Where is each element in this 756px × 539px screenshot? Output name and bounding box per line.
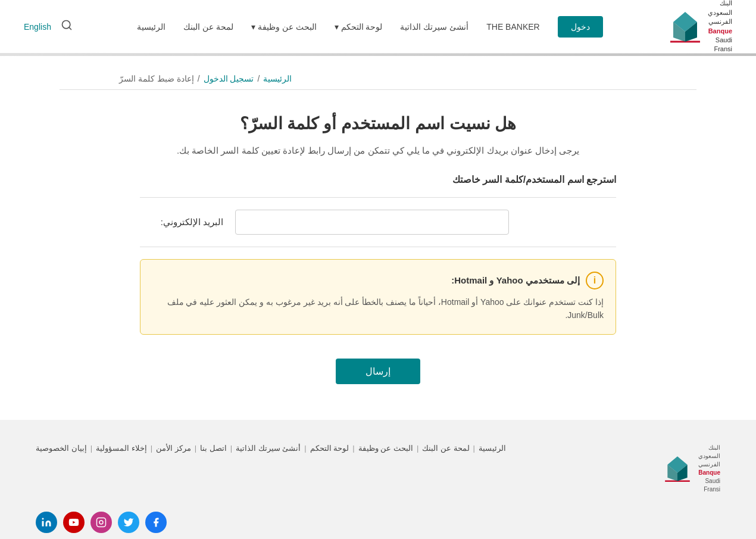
footer-logo[interactable]: البنك السعودي الفرنسي Banque Saudi Frans… xyxy=(663,444,720,494)
nav-the-banker[interactable]: THE BANKER xyxy=(486,22,539,32)
instagram-icon[interactable] xyxy=(90,512,112,533)
nav-home[interactable]: الرئيسية xyxy=(137,22,165,32)
main-content: هل نسيت اسم المستخدم أو كلمة السرّ؟ يرجى… xyxy=(0,96,756,420)
facebook-icon[interactable] xyxy=(145,512,167,533)
svg-rect-15 xyxy=(97,518,106,526)
site-footer: البنك السعودي الفرنسي Banque Saudi Frans… xyxy=(0,420,756,539)
nav-dashboard[interactable]: لوحة التحكم ▾ xyxy=(335,22,383,32)
svg-point-16 xyxy=(99,521,103,524)
footer-nav-privacy[interactable]: إبيان الخصوصية xyxy=(36,444,87,453)
main-nav: دخول THE BANKER أنشئ سيرتك الذاتية لوحة … xyxy=(73,16,667,38)
nav-search-job[interactable]: البحث عن وظيفة ▾ xyxy=(251,22,317,32)
social-icons xyxy=(36,512,167,533)
footer-nav-dashboard[interactable]: لوحة التحكم xyxy=(310,444,349,453)
nav-create-cv[interactable]: أنشئ سيرتك الذاتية xyxy=(400,22,468,32)
info-box-header: إلى مستخدمي Yahoo و Hotmail: i xyxy=(152,272,604,289)
svg-point-13 xyxy=(42,518,44,519)
footer-logo-icon xyxy=(663,454,692,484)
footer-nav-search-job[interactable]: البحث عن وظيفة xyxy=(358,444,413,453)
section-heading: استرجع اسم المستخدم/كلمة السر خاصتك xyxy=(140,174,616,185)
email-input[interactable] xyxy=(235,210,509,235)
footer-bottom: Copyright 2023- All rights reserved © xyxy=(36,512,720,539)
site-header: البنك السعودي الفرنسي Banque Saudi Frans… xyxy=(0,0,756,56)
breadcrumb-section: الرئيسية / تسجيل الدخول / إعادة ضبط كلمة… xyxy=(0,56,756,83)
footer-nav-about[interactable]: لمحة عن البنك xyxy=(422,444,469,453)
breadcrumb-divider xyxy=(60,89,696,90)
footer-nav-home[interactable]: الرئيسية xyxy=(479,444,506,453)
submit-button[interactable]: إرسال xyxy=(336,359,420,384)
footer-nav-security[interactable]: مركز الأمن xyxy=(156,444,191,453)
footer-nav: الرئيسية | لمحة عن البنك | البحث عن وظيف… xyxy=(36,444,506,453)
search-icon[interactable] xyxy=(61,19,73,34)
page-subtitle: يرجى إدخال عنوان بريدك الإلكتروني في ما … xyxy=(60,145,696,156)
breadcrumb-current: إعادة ضبط كلمة السرّ xyxy=(119,74,194,83)
breadcrumb: الرئيسية / تسجيل الدخول / إعادة ضبط كلمة… xyxy=(119,74,637,83)
email-label: البريد الإلكتروني: xyxy=(140,217,223,228)
info-box-text: إذا كنت تستخدم عنوانك على Yahoo أو Hotma… xyxy=(152,295,604,322)
breadcrumb-home[interactable]: الرئيسية xyxy=(263,74,292,83)
page-title: هل نسيت اسم المستخدم أو كلمة السرّ؟ xyxy=(60,114,696,133)
breadcrumb-sep-1: / xyxy=(257,74,260,83)
svg-rect-12 xyxy=(42,521,44,526)
language-switcher[interactable]: English xyxy=(24,22,51,32)
email-row: البريد الإلكتروني: xyxy=(140,210,616,235)
footer-top: البنك السعودي الفرنسي Banque Saudi Frans… xyxy=(36,444,720,494)
footer-nav-create-cv[interactable]: أنشئ سيرتك الذاتية xyxy=(236,444,301,453)
info-box-title: إلى مستخدمي Yahoo و Hotmail: xyxy=(451,275,580,286)
nav-about[interactable]: لمحة عن البنك xyxy=(183,22,233,32)
logo[interactable]: البنك السعودي الفرنسي Banque Saudi Frans… xyxy=(667,0,732,54)
info-icon: i xyxy=(586,272,604,289)
linkedin-icon[interactable] xyxy=(36,512,57,533)
form-area: استرجع اسم المستخدم/كلمة السر خاصتك البر… xyxy=(140,174,616,384)
header-right: English xyxy=(24,19,73,34)
breadcrumb-login[interactable]: تسجيل الدخول xyxy=(204,74,254,83)
breadcrumb-sep-2: / xyxy=(198,74,200,83)
form-bottom-divider xyxy=(140,247,616,247)
logo-icon xyxy=(667,9,703,45)
twitter-icon[interactable] xyxy=(118,512,139,533)
info-box: إلى مستخدمي Yahoo و Hotmail: i إذا كنت ت… xyxy=(140,259,616,335)
youtube-icon[interactable] xyxy=(63,512,85,533)
footer-nav-contact[interactable]: اتصل بنا xyxy=(200,444,227,453)
form-top-divider xyxy=(140,197,616,198)
logo-text: البنك السعودي الفرنسي Banque Saudi Frans… xyxy=(708,0,732,54)
footer-nav-disclaimer[interactable]: إخلاء المسؤولية xyxy=(96,444,147,453)
nav-login[interactable]: دخول xyxy=(558,16,603,38)
svg-line-6 xyxy=(69,27,71,30)
footer-logo-text: البنك السعودي الفرنسي Banque Saudi Frans… xyxy=(698,444,720,494)
